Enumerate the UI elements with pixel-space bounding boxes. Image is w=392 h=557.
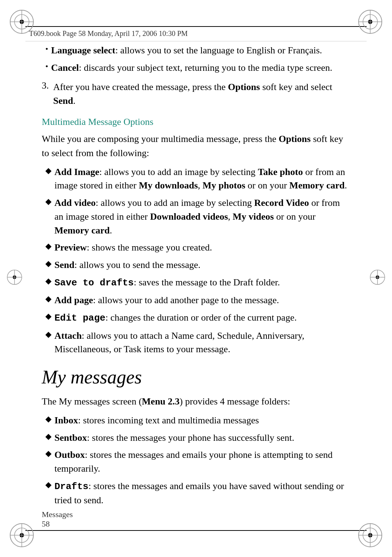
list-item: ◆ Edit page: changes the duration or ord… xyxy=(42,311,350,325)
side-mark-right xyxy=(368,268,387,289)
my-messages-intro: The My messages screen (Menu 2.3) provid… xyxy=(42,394,350,408)
list-item: ◆ Add page: allows your to add another p… xyxy=(42,293,350,307)
main-content: • Language select: allows you to set the… xyxy=(42,44,350,513)
bullet-text: Attach: allows you to attach a Name card… xyxy=(54,329,350,356)
list-item: ◆ Sentbox: stores the messages your phon… xyxy=(42,431,350,445)
bullet-diamond-icon: ◆ xyxy=(45,330,52,356)
bullet-text: Add Image: allows you to add an image by… xyxy=(54,165,350,192)
chapter-title: My messages xyxy=(42,366,350,388)
bullet-diamond: • xyxy=(45,44,48,57)
footer-section: Messages xyxy=(42,510,350,519)
bullet-text: Inbox: stores incoming text and multimed… xyxy=(54,414,259,427)
list-item: ◆ Outbox: stores the messages and emails… xyxy=(42,448,350,475)
side-mark-left xyxy=(5,268,24,289)
list-item: ◆ Save to drafts: saves the message to t… xyxy=(42,276,350,290)
corner-mark-bl xyxy=(7,521,36,550)
page-footer: Messages 58 xyxy=(42,510,350,529)
bullet-diamond-icon: ◆ xyxy=(45,197,52,237)
bullet-diamond-icon: ◆ xyxy=(45,259,52,272)
page-header: T609.book Page 58 Monday, April 17, 2006… xyxy=(25,26,367,41)
bullet-diamond-icon: ◆ xyxy=(45,480,52,507)
bullet-diamond-icon: ◆ xyxy=(45,312,52,325)
list-item: ◆ Inbox: stores incoming text and multim… xyxy=(42,414,350,427)
bullet-diamond-icon: ◆ xyxy=(45,414,52,427)
bullet-text: Add page: allows your to add another pag… xyxy=(54,293,279,307)
bullet-diamond-icon: ◆ xyxy=(45,166,52,192)
list-item: ◆ Preview: shows the message you created… xyxy=(42,241,350,255)
bullet-text: Cancel: discards your subject text, retu… xyxy=(51,61,332,75)
numbered-item-3: 3. After you have created the message, p… xyxy=(42,80,350,107)
list-item: • Language select: allows you to set the… xyxy=(42,44,350,57)
bullet-diamond-icon: ◆ xyxy=(45,432,52,445)
bullet-text: Save to drafts: saves the message to the… xyxy=(54,276,280,290)
bullet-diamond-icon: ◆ xyxy=(45,241,52,255)
footer-page-number: 58 xyxy=(42,519,350,529)
bullet-text: Send: allows you to send the message. xyxy=(54,258,200,272)
list-item: ◆ Attach: allows you to attach a Name ca… xyxy=(42,329,350,356)
bullet-text: Language select: allows you to set the l… xyxy=(51,44,322,57)
item-text: After you have created the message, pres… xyxy=(53,80,351,107)
item-number: 3. xyxy=(42,80,49,107)
bullet-diamond-icon: ◆ xyxy=(45,294,52,307)
bullet-text: Outbox: stores the messages and emails y… xyxy=(54,448,350,475)
list-item: ◆ Add video: allows you to add an image … xyxy=(42,196,350,237)
list-item: ◆ Drafts: stores the messages and emails… xyxy=(42,479,350,507)
bullet-diamond-icon: ◆ xyxy=(45,449,52,475)
bullet-diamond-icon: ◆ xyxy=(45,276,52,290)
bullet-diamond: • xyxy=(45,62,48,75)
bullet-text: Edit page: changes the duration or order… xyxy=(54,311,297,325)
section-heading-multimedia: Multimedia Message Options xyxy=(42,117,350,127)
header-text: T609.book Page 58 Monday, April 17, 2006… xyxy=(25,29,188,38)
list-item: ◆ Add Image: allows you to add an image … xyxy=(42,165,350,192)
bullet-text: Add video: allows you to add an image by… xyxy=(54,196,350,237)
bullet-text: Drafts: stores the messages and emails y… xyxy=(54,479,350,507)
bullet-text: Preview: shows the message you created. xyxy=(54,241,212,255)
page: T609.book Page 58 Monday, April 17, 2006… xyxy=(0,0,392,557)
bottom-border xyxy=(25,530,367,531)
bullet-text: Sentbox: stores the messages your phone … xyxy=(54,431,294,445)
list-item: ◆ Send: allows you to send the message. xyxy=(42,258,350,272)
list-item: • Cancel: discards your subject text, re… xyxy=(42,61,350,75)
section-intro: While you are composing your multimedia … xyxy=(42,132,350,160)
corner-mark-br xyxy=(356,521,385,550)
